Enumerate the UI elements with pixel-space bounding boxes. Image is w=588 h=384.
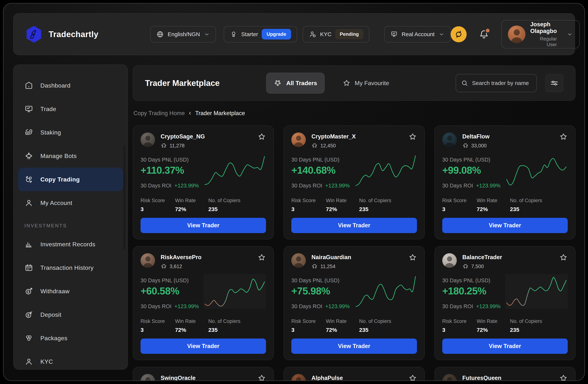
favourite-star-button[interactable] [257, 133, 266, 141]
svg-text:$: $ [27, 290, 30, 294]
search-icon [461, 79, 468, 87]
win-rate-stat: Win Rate 72% [326, 318, 359, 333]
user-profile-menu[interactable]: Joseph Olapagbo Regular User [501, 20, 580, 48]
sidebar-item-copy-trading[interactable]: Copy Trading [18, 168, 123, 191]
main-content: Trader Marketplace All Traders My Favour… [133, 65, 576, 381]
trade-icon [24, 105, 33, 113]
breadcrumb-parent[interactable]: Copy Trading Home [133, 110, 185, 117]
view-trader-button[interactable]: View Trader [291, 218, 417, 233]
trader-name: NairaGuardian [311, 254, 351, 261]
risk-score-stat: Risk Score 3 [141, 318, 175, 333]
risk-score-value: 3 [291, 206, 326, 212]
win-rate-value: 72% [326, 327, 359, 333]
favourite-star-button[interactable] [559, 253, 568, 262]
risk-score-value: 3 [442, 327, 477, 333]
favourite-star-button[interactable] [408, 374, 417, 381]
trader-copier-count: 3,612 [161, 263, 201, 270]
trader-name: SwingOracle [161, 375, 196, 381]
copiers-cluster-icon [161, 142, 167, 149]
trader-card-header: CryptoSage_NG 11,278 [141, 133, 266, 149]
home-icon [24, 81, 33, 90]
view-trader-button[interactable]: View Trader [291, 339, 417, 354]
copiers-stat: No. of Copiers 235 [208, 318, 266, 333]
roi-label: 30 Days ROI [141, 182, 171, 189]
tab-all-traders[interactable]: All Traders [266, 73, 324, 93]
tab-my-favourite[interactable]: My Favourite [342, 79, 389, 87]
favourite-star-button[interactable] [408, 253, 417, 262]
topbar: Tradechartly English/NGN Starter Upgrade [13, 13, 575, 55]
view-trader-button[interactable]: View Trader [141, 218, 266, 233]
favourite-star-button[interactable] [559, 374, 568, 381]
copier-count-value: 11,254 [320, 264, 336, 270]
trader-stats: Risk Score 3 Win Rate 72% No. of Copiers… [291, 198, 417, 212]
trader-search[interactable] [456, 74, 537, 92]
trader-avatar [141, 374, 155, 381]
sidebar-item-label: My Account [40, 200, 72, 206]
trader-card: BalanceTrader 7,500 30 Days PNL (USD) +1… [434, 246, 576, 360]
plan-status: Starter Upgrade [224, 26, 297, 43]
avatar-silhouette-icon [141, 374, 155, 381]
favourite-star-button[interactable] [408, 133, 417, 141]
view-trader-button[interactable]: View Trader [442, 339, 568, 354]
sidebar-item-manage-bots[interactable]: Manage Bots [18, 144, 123, 168]
risk-score-label: Risk Score [141, 198, 175, 203]
trader-card-header: BalanceTrader 7,500 [442, 253, 568, 270]
upgrade-button[interactable]: Upgrade [262, 29, 291, 40]
win-rate-stat: Win Rate 72% [326, 198, 359, 212]
trader-meta: FuturesQueen [462, 374, 502, 381]
view-trader-button[interactable]: View Trader [141, 339, 266, 354]
sidebar-item-packages[interactable]: Packages [18, 326, 123, 350]
account-type-selector[interactable]: Real Account [384, 26, 451, 43]
trader-card-header: AlphaPulse [291, 374, 417, 381]
trader-stats: Risk Score 3 Win Rate 72% No. of Copiers… [291, 318, 417, 333]
refresh-button[interactable] [451, 26, 467, 42]
filter-button[interactable] [545, 74, 563, 92]
trader-stats: Risk Score 3 Win Rate 72% No. of Copiers… [141, 198, 266, 212]
favourite-star-button[interactable] [559, 133, 568, 141]
sidebar-item-trade[interactable]: Trade [18, 97, 123, 121]
search-input[interactable] [472, 80, 532, 86]
sidebar-scrollbar[interactable] [124, 145, 125, 250]
trader-avatar [291, 253, 306, 268]
sidebar-item-my-account[interactable]: My Account [18, 191, 123, 215]
trader-name: AlphaPulse [311, 375, 343, 381]
copiers-label: No. of Copiers [208, 318, 266, 324]
risk-score-stat: Risk Score 3 [141, 198, 175, 212]
sidebar-item-staking[interactable]: Staking [18, 121, 123, 144]
avatar-silhouette-icon [291, 253, 306, 268]
marketplace-header: Trader Marketplace All Traders My Favour… [133, 65, 576, 101]
trader-meta: CryptoMaster_X 12,450 [311, 133, 356, 149]
language-selector[interactable]: English/NGN [150, 26, 216, 43]
roi-value: +123.99% [174, 182, 199, 189]
risk-score-value: 3 [442, 206, 477, 212]
view-trader-button[interactable]: View Trader [442, 218, 568, 233]
favourite-star-button[interactable] [257, 374, 266, 381]
avatar-silhouette-icon [442, 374, 457, 381]
avatar-silhouette-icon [291, 374, 306, 381]
roi-label: 30 Days ROI [141, 303, 171, 310]
copiers-stat: No. of Copiers 235 [359, 198, 417, 212]
staking-icon [24, 128, 33, 137]
copytrading-icon [24, 175, 33, 184]
copiers-stat: No. of Copiers 235 [510, 318, 568, 333]
notifications-button[interactable] [479, 28, 489, 40]
sidebar-item-label: Trade [40, 106, 56, 113]
tab-my-favourite-label: My Favourite [355, 80, 389, 87]
favourite-star-button[interactable] [257, 253, 266, 262]
risk-score-label: Risk Score [442, 198, 477, 203]
sidebar-item-investment-records[interactable]: Investment Records [18, 232, 123, 256]
copiers-cluster-icon [311, 263, 318, 270]
chevron-down-icon [204, 31, 210, 37]
win-rate-label: Win Rate [175, 318, 208, 324]
sidebar-item-kyc[interactable]: KYC [18, 350, 123, 370]
trader-stats: Risk Score 3 Win Rate 72% No. of Copiers… [442, 318, 568, 333]
sidebar-item-withdraaw[interactable]: $Withdraaw [18, 279, 123, 303]
user-role: Regular User [530, 36, 557, 47]
sidebar-item-transaction-history[interactable]: Transaction History [18, 256, 123, 279]
sidebar-item-dashboard[interactable]: Dashboard [18, 74, 123, 97]
sidebar-item-deposit[interactable]: $Deposit [18, 303, 123, 326]
trader-avatar [291, 133, 306, 147]
win-rate-label: Win Rate [477, 318, 510, 324]
win-rate-value: 72% [326, 206, 359, 212]
roi-value: +123.99% [476, 303, 501, 310]
